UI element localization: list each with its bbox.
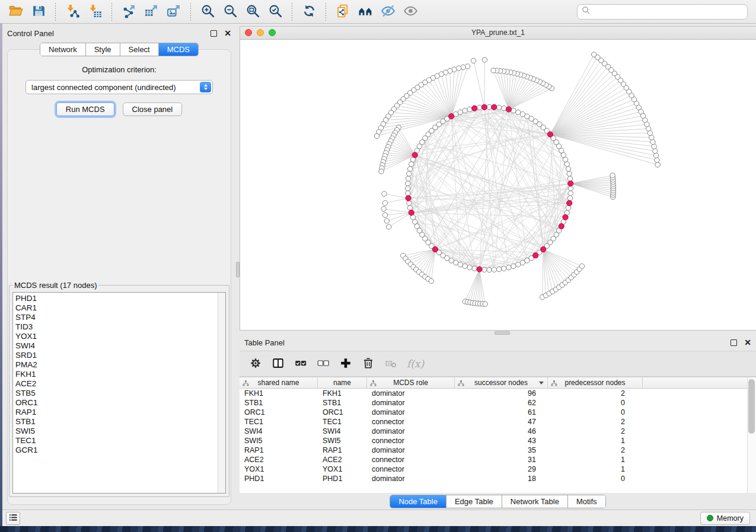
memory-button[interactable]: Memory <box>700 512 750 525</box>
table-cell[interactable]: connector <box>367 436 455 446</box>
table-cell[interactable]: SWI5 <box>318 436 367 446</box>
table-cell[interactable]: PHD1 <box>318 474 367 483</box>
mcds-result-item[interactable]: PMA2 <box>15 360 225 370</box>
table-cell[interactable]: 0 <box>548 474 643 483</box>
table-cell[interactable]: ACE2 <box>318 455 367 464</box>
table-row[interactable]: PHD1PHD1dominator180 <box>240 474 756 483</box>
table-cell[interactable]: dominator <box>367 408 455 417</box>
table-cell[interactable]: 0 <box>548 398 643 408</box>
table-scrollbar[interactable] <box>747 377 756 493</box>
mcds-result-list[interactable]: PHD1CAR1STP4TID3YOX1SWI4SRD1PMA2FKH1ACE2… <box>12 292 226 493</box>
tab-select[interactable]: Select <box>120 43 159 56</box>
table-row[interactable]: SWI4SWI4dominator462 <box>240 427 756 436</box>
export-image-button[interactable] <box>164 2 184 22</box>
column-header[interactable]: name <box>318 377 367 388</box>
table-cell[interactable]: 62 <box>455 398 548 408</box>
mcds-result-item[interactable]: SWI5 <box>15 427 225 436</box>
tab-style[interactable]: Style <box>86 43 120 56</box>
table-cell[interactable]: 61 <box>455 408 548 417</box>
zoom-out-button[interactable] <box>220 2 240 22</box>
table-cell[interactable]: dominator <box>367 398 455 408</box>
table-cell[interactable]: 35 <box>455 446 548 455</box>
search-input[interactable] <box>591 7 743 16</box>
splitter-grip[interactable] <box>236 262 240 277</box>
mcds-result-item[interactable]: FKH1 <box>15 370 225 379</box>
scrollbar-thumb[interactable] <box>748 379 755 434</box>
column-header[interactable]: predecessor nodes <box>548 377 643 388</box>
table-cell[interactable]: 1 <box>548 455 643 464</box>
mcds-result-item[interactable]: TEC1 <box>15 436 225 446</box>
zoom-selected-button[interactable] <box>265 2 285 22</box>
horizontal-splitter[interactable] <box>240 331 756 335</box>
table-row[interactable]: TEC1TEC1connector472 <box>240 417 756 427</box>
mcds-result-item[interactable]: GCR1 <box>15 446 225 455</box>
apply-layout-button[interactable] <box>299 2 319 22</box>
column-header[interactable]: shared name <box>240 377 318 388</box>
export-network-button[interactable] <box>119 2 139 22</box>
table-row[interactable]: RAP1RAP1dominator352 <box>240 446 756 455</box>
hide-selected-button[interactable] <box>378 2 398 22</box>
table-cell[interactable]: YOX1 <box>240 464 318 474</box>
show-all-button[interactable] <box>400 2 420 22</box>
deselect-all-columns-button[interactable] <box>317 357 330 371</box>
table-cell[interactable]: STB1 <box>318 398 367 408</box>
table-cell[interactable]: 47 <box>455 417 548 427</box>
tab-network[interactable]: Network <box>40 43 86 56</box>
table-cell[interactable]: RAP1 <box>318 446 367 455</box>
table-cell[interactable]: 2 <box>548 427 643 436</box>
table-cell[interactable]: connector <box>367 455 455 464</box>
table-row[interactable]: YOX1YOX1connector291 <box>240 464 756 474</box>
import-network-button[interactable] <box>62 2 82 22</box>
tab-mcds[interactable]: MCDS <box>159 43 198 56</box>
mcds-result-item[interactable]: RAP1 <box>15 408 225 417</box>
float-panel-icon[interactable] <box>731 339 737 346</box>
table-cell[interactable]: ORC1 <box>318 408 367 417</box>
table-cell[interactable]: dominator <box>367 389 455 398</box>
mcds-result-item[interactable]: SWI4 <box>15 341 225 351</box>
table-cell[interactable]: 0 <box>548 408 643 417</box>
table-settings-button[interactable] <box>249 357 262 371</box>
table-row[interactable]: SWI5SWI5connector431 <box>240 436 756 446</box>
table-cell[interactable]: RAP1 <box>240 446 318 455</box>
table-cell[interactable]: dominator <box>367 446 455 455</box>
network-window-titlebar[interactable]: YPA_prune.txt_1 <box>240 27 756 40</box>
table-cell[interactable]: 46 <box>455 427 548 436</box>
table-cell[interactable]: connector <box>367 417 455 427</box>
mcds-result-item[interactable]: ACE2 <box>15 379 225 389</box>
column-header[interactable]: MCDS role <box>367 377 455 388</box>
zoom-fit-button[interactable] <box>243 2 263 22</box>
mcds-result-item[interactable]: TID3 <box>15 322 225 332</box>
tab-edge-table[interactable]: Edge Table <box>446 495 502 508</box>
table-row[interactable]: STB1STB1dominator620 <box>240 398 756 408</box>
table-row[interactable]: ORC1ORC1dominator610 <box>240 408 756 417</box>
table-cell[interactable]: ACE2 <box>240 455 318 464</box>
table-cell[interactable]: YOX1 <box>318 464 367 474</box>
save-session-button[interactable] <box>28 2 49 22</box>
mcds-result-item[interactable]: STB1 <box>15 417 225 427</box>
export-table-button[interactable] <box>141 2 161 22</box>
zoom-in-button[interactable] <box>197 2 218 22</box>
table-cell[interactable]: FKH1 <box>240 389 318 398</box>
close-panel-icon[interactable]: ✕ <box>224 29 231 37</box>
table-cell[interactable]: dominator <box>367 427 455 436</box>
table-cell[interactable]: SWI5 <box>240 436 318 446</box>
table-cell[interactable]: 1 <box>548 464 643 474</box>
mcds-result-item[interactable]: YOX1 <box>15 332 225 341</box>
close-panel-button[interactable]: Close panel <box>123 102 183 116</box>
run-mcds-button[interactable]: Run MCDS <box>56 102 114 116</box>
table-cell[interactable]: connector <box>367 464 455 474</box>
create-column-button[interactable] <box>339 357 352 371</box>
mcds-result-item[interactable]: PHD1 <box>15 294 225 303</box>
tab-network-table[interactable]: Network Table <box>502 495 568 508</box>
table-row[interactable]: ACE2ACE2connector311 <box>240 455 756 464</box>
table-cell[interactable]: TEC1 <box>240 417 318 427</box>
first-neighbors-button[interactable] <box>355 2 375 22</box>
mcds-result-item[interactable]: STP4 <box>15 313 225 322</box>
mcds-result-item[interactable]: STB5 <box>15 389 225 398</box>
table-cell[interactable]: PHD1 <box>240 474 318 483</box>
table-cell[interactable]: 96 <box>455 389 548 398</box>
task-history-button[interactable] <box>6 512 20 525</box>
table-cell[interactable]: 18 <box>455 474 548 483</box>
tab-node-table[interactable]: Node Table <box>390 495 446 508</box>
table-cell[interactable]: TEC1 <box>318 417 367 427</box>
